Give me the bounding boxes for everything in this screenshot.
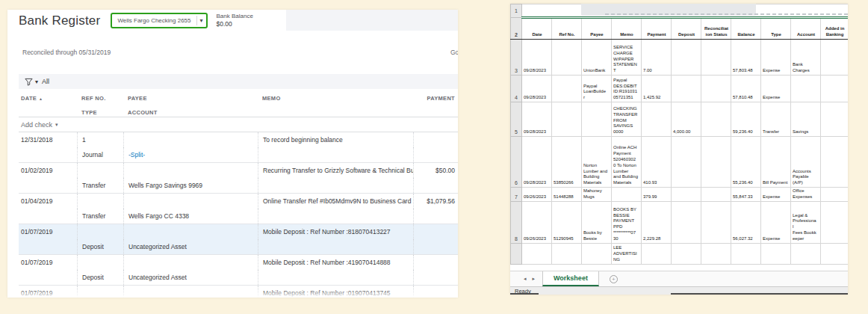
table-row[interactable]: 01/07/2019 Mobile Deposit : Ref Number :…	[19, 255, 458, 286]
cell-date[interactable]: 09/26/2023	[522, 188, 552, 202]
col-header-refno[interactable]: REF NO.	[77, 95, 123, 102]
cell-payee[interactable]	[582, 102, 612, 137]
col-header-memo[interactable]: MEMO	[258, 95, 413, 102]
cell-reconciliation-status[interactable]	[701, 102, 731, 137]
cell-deposit[interactable]: 4,000.00	[672, 102, 701, 137]
col-header-memo[interactable]: Memo	[612, 18, 642, 40]
cell-date[interactable]: 09/26/2023	[522, 201, 552, 243]
cell-date[interactable]: 09/28/2023	[522, 76, 552, 102]
account-selector[interactable]: Wells Fargo Checking 2655 ▾	[111, 13, 207, 28]
filter-chevron-down-icon[interactable]: ▾	[35, 78, 38, 85]
cell-refno[interactable]: 53850266	[552, 137, 582, 188]
cell-payee[interactable]	[582, 243, 612, 264]
cell-deposit[interactable]	[672, 188, 701, 202]
cell-refno[interactable]	[552, 243, 582, 264]
sheet-data-row[interactable]: 6 09/28/2023 53850266 Norton Lumber and …	[511, 137, 849, 188]
cell-memo[interactable]: SERVICE CHARGE W/PAPER STATEMEN T	[612, 40, 642, 76]
cell-payment[interactable]	[642, 243, 672, 264]
cell-date[interactable]: 09/28/2023	[522, 40, 552, 76]
col-header-type[interactable]: TYPE	[77, 109, 123, 116]
cell-payment[interactable]: 410.93	[642, 137, 672, 188]
cell-reconciliation-status[interactable]	[701, 201, 731, 243]
cell-reconciliation-status[interactable]	[701, 40, 731, 76]
cell-type[interactable]: Expense	[761, 188, 791, 202]
col-header-payment[interactable]: PAYMENT	[413, 95, 458, 102]
cell-memo[interactable]	[612, 188, 642, 202]
cell-reconciliation-status[interactable]	[701, 137, 731, 188]
cell-added-in-banking[interactable]	[821, 188, 849, 202]
cell-type[interactable]: Expense	[761, 76, 791, 102]
cell-payment[interactable]: 379.99	[642, 188, 672, 202]
row-number[interactable]: 4	[511, 76, 522, 102]
cell-reconciliation-status[interactable]	[701, 243, 731, 264]
horizontal-scrollbar[interactable]	[671, 293, 848, 295]
cell-refno[interactable]: 51448288	[552, 188, 582, 202]
table-row[interactable]: 01/02/2019 Recurring Transfer to Grizzly…	[19, 163, 458, 194]
cell-type[interactable]: Bill Payment	[761, 137, 791, 188]
cell-added-in-banking[interactable]	[821, 102, 849, 137]
cell-account[interactable]: Savings	[791, 102, 821, 137]
go-to-link[interactable]: Go to	[450, 49, 458, 56]
cell-refno[interactable]	[552, 102, 582, 137]
col-header-date[interactable]: Date	[522, 18, 552, 40]
row-number[interactable]: 7	[511, 188, 522, 202]
col-header-date[interactable]: DATE▲	[19, 95, 77, 102]
cell-account[interactable]: Bank Charges	[791, 40, 821, 76]
col-header-balance[interactable]: Balance	[731, 18, 761, 40]
cell-added-in-banking[interactable]	[821, 243, 849, 264]
table-row-selected[interactable]: 01/07/2019 Mobile Deposit : Ref Number :…	[19, 224, 458, 255]
cell-account[interactable]	[791, 76, 821, 102]
cell-deposit[interactable]	[672, 76, 701, 102]
cell-refno[interactable]: 51290945	[552, 201, 582, 243]
sheet-data-row[interactable]: 5 09/28/2023 CHECKING TRANSFER FROM SAVI…	[511, 102, 849, 137]
cell-added-in-banking[interactable]	[821, 137, 849, 188]
cell-reconciliation-status[interactable]	[701, 188, 731, 202]
cell-added-in-banking[interactable]	[821, 40, 849, 76]
cell-memo[interactable]: Paypal DES:DEBIT ID:R191031 05721351	[612, 76, 642, 102]
col-header-added-in-banking[interactable]: Added in Banking	[821, 18, 849, 40]
cell-refno[interactable]	[552, 40, 582, 76]
sheet-data-row[interactable]: LEE ADVERTISI NG	[511, 243, 849, 264]
col-header-payee[interactable]: Payee	[582, 18, 612, 40]
cell-balance[interactable]: 57,803.48	[731, 40, 761, 76]
cell-memo[interactable]: CHECKING TRANSFER FROM SAVINGS 0000	[612, 102, 642, 137]
cell-payee[interactable]: Norton Lumber and Building Materials	[582, 137, 612, 188]
cell-payment[interactable]: 1,425.92	[642, 76, 672, 102]
sheet-data-row[interactable]: 8 09/26/2023 51290945 Books by Bessie BO…	[511, 201, 849, 243]
split-link[interactable]: -Split-	[123, 147, 258, 162]
prev-sheet-icon[interactable]: ◂	[524, 276, 527, 282]
col-header-refno[interactable]: Ref No.	[552, 18, 582, 40]
cell-date[interactable]: 09/28/2023	[522, 137, 552, 188]
col-header-payee[interactable]: PAYEE	[123, 95, 258, 102]
cell-deposit[interactable]	[672, 40, 701, 76]
row-number[interactable]: 5	[511, 102, 522, 137]
table-row[interactable]: 01/07/2019 Mobile Deposit : Ref Number :…	[19, 286, 458, 298]
tab-worksheet[interactable]: Worksheet	[542, 271, 599, 286]
cell-deposit[interactable]	[672, 201, 701, 243]
col-header-deposit[interactable]: Deposit	[672, 18, 701, 40]
cell-balance[interactable]: 57,810.48	[731, 76, 761, 102]
cell-payee[interactable]: UnionBank	[582, 40, 612, 76]
cell-type[interactable]	[761, 243, 791, 264]
filter-funnel-icon[interactable]	[25, 78, 33, 86]
cell-type[interactable]: Expense	[761, 40, 791, 76]
cell-payment[interactable]: 2,229.28	[642, 201, 672, 243]
sheet-data-row[interactable]: 3 09/28/2023 UnionBank SERVICE CHARGE W/…	[511, 40, 849, 76]
next-sheet-icon[interactable]: ▸	[533, 276, 536, 282]
cell-payment[interactable]: 7.00	[642, 40, 672, 76]
cell-added-in-banking[interactable]	[821, 76, 849, 102]
cell-account[interactable]: Office Expenses	[791, 188, 821, 202]
cell-deposit[interactable]	[672, 137, 701, 188]
row-number[interactable]: 1	[511, 4, 522, 18]
col-header-reconciliation-status[interactable]: Reconciliat ion Status	[701, 18, 731, 40]
add-sheet-button[interactable]: +	[610, 271, 618, 286]
col-header-account[interactable]: ACCOUNT	[123, 109, 258, 116]
cell-date[interactable]: 09/28/2023	[522, 102, 552, 137]
cell-refno[interactable]	[552, 76, 582, 102]
cell-balance[interactable]: 59,236.40	[731, 102, 761, 137]
table-row[interactable]: 01/04/2019 Online Transfer Ref #Ib05Mdmv…	[19, 194, 458, 224]
cell-date[interactable]	[522, 243, 552, 264]
cell-reconciliation-status[interactable]	[701, 76, 731, 102]
cell-payee[interactable]: Paypal LoanBuilde r	[582, 76, 612, 102]
add-check-button[interactable]: Add check ▾	[19, 117, 458, 132]
